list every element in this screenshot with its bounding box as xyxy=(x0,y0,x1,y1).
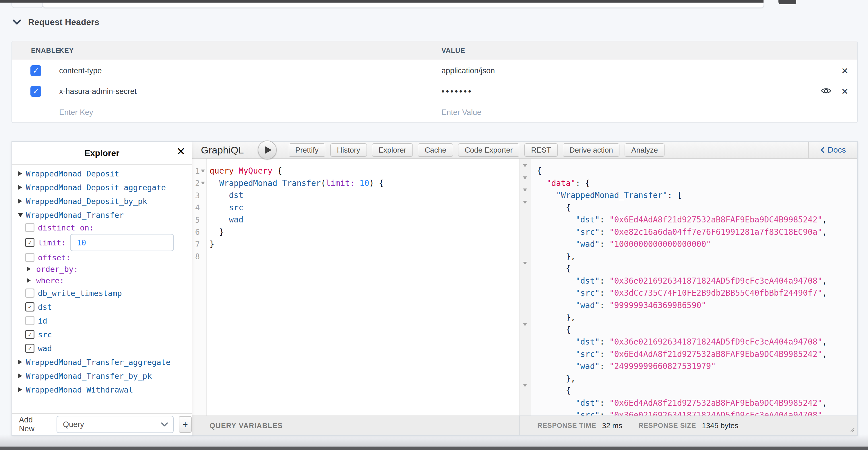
item-checkbox[interactable] xyxy=(25,253,34,262)
item-label: dst xyxy=(38,303,52,311)
explorer-item-offset[interactable]: offset: xyxy=(12,252,192,263)
expand-arrow-icon[interactable] xyxy=(18,373,24,378)
toolbar-button-history[interactable]: History xyxy=(330,143,367,157)
header-value-cell[interactable]: application/json✕ xyxy=(441,66,857,76)
explorer-item-wrappedmonad-deposit-aggregate[interactable]: WrappedMonad_Deposit_aggregate xyxy=(12,180,192,194)
toolbar-button-analyze[interactable]: Analyze xyxy=(625,143,664,157)
toolbar-button-derive-action[interactable]: Derive action xyxy=(563,143,620,157)
explorer-item-limit[interactable]: ✓limit:10 xyxy=(12,233,192,252)
explorer-item-wad[interactable]: ✓wad xyxy=(12,341,192,355)
collapse-chevron-icon[interactable] xyxy=(12,20,21,25)
header-enable-checkbox[interactable]: ✓ xyxy=(30,65,41,76)
execute-query-button[interactable] xyxy=(258,141,277,160)
toolbar-button-explorer[interactable]: Explorer xyxy=(372,143,413,157)
docs-toggle[interactable]: Docs xyxy=(808,142,857,158)
expand-arrow-icon[interactable] xyxy=(18,360,24,365)
response-fold-gutter xyxy=(519,159,531,416)
expand-arrow-icon[interactable] xyxy=(27,278,34,283)
new-header-row: Enter Key Enter Value xyxy=(12,102,857,122)
item-checkbox[interactable] xyxy=(25,223,34,232)
item-checkbox[interactable]: ✓ xyxy=(25,344,34,353)
toolbar-button-code-exporter[interactable]: Code Exporter xyxy=(458,143,520,157)
bottom-dark-bar xyxy=(0,447,868,450)
explorer-item-wrappedmonad-withdrawal[interactable]: WrappedMonad_Withdrawal xyxy=(12,383,192,397)
remove-header-icon[interactable]: ✕ xyxy=(841,66,848,76)
expand-arrow-icon[interactable] xyxy=(27,267,34,271)
item-checkbox[interactable] xyxy=(25,316,34,325)
explorer-item-wrappedmonad-deposit-by-pk[interactable]: WrappedMonad_Deposit_by_pk xyxy=(12,194,192,208)
item-checkbox[interactable]: ✓ xyxy=(25,302,34,311)
item-label: WrappedMonad_Deposit_by_pk xyxy=(26,197,147,206)
editor-code[interactable]: query MyQuery { WrappedMonad_Transfer(li… xyxy=(210,165,519,416)
editor-line-6[interactable]: } xyxy=(210,226,519,238)
line-number: 4 xyxy=(192,203,200,212)
header-enable-checkbox[interactable]: ✓ xyxy=(30,86,41,97)
explorer-item-db-write-timestamp[interactable]: db_write_timestamp xyxy=(12,286,192,300)
table-header-row: ENABLE KEY VALUE xyxy=(12,41,857,60)
close-icon[interactable]: ✕ xyxy=(176,146,185,157)
header-key-cell[interactable]: x-hasura-admin-secret xyxy=(59,87,441,96)
fold-arrow-icon[interactable] xyxy=(523,326,527,331)
fold-arrow-icon[interactable] xyxy=(200,181,206,185)
limit-value-input[interactable]: 10 xyxy=(70,234,174,251)
enter-value-placeholder[interactable]: Enter Value xyxy=(441,108,857,117)
item-label: WrappedMonad_Deposit_aggregate xyxy=(26,183,166,192)
editor-line-4[interactable]: src xyxy=(210,202,519,214)
explorer-item-wrappedmonad-transfer-aggregate[interactable]: WrappedMonad_Transfer_aggregate xyxy=(12,355,192,369)
response-size-value: 1345 bytes xyxy=(702,421,738,430)
endpoint-url-input[interactable] xyxy=(42,3,764,8)
header-key-cell[interactable]: content-type xyxy=(59,66,441,75)
toolbar-button-prettify[interactable]: Prettify xyxy=(289,143,325,157)
expand-arrow-icon[interactable] xyxy=(18,387,24,392)
fold-arrow-icon[interactable] xyxy=(523,387,527,392)
explorer-item-order-by[interactable]: order_by: xyxy=(12,263,192,275)
remove-header-icon[interactable]: ✕ xyxy=(841,86,848,96)
item-checkbox[interactable]: ✓ xyxy=(25,330,34,339)
item-checkbox[interactable] xyxy=(25,288,34,298)
expand-arrow-icon[interactable] xyxy=(18,199,24,204)
explorer-item-wrappedmonad-transfer-by-pk[interactable]: WrappedMonad_Transfer_by_pk xyxy=(12,369,192,383)
explorer-item-src[interactable]: ✓src xyxy=(12,328,192,341)
gutter-row: 5 xyxy=(192,214,206,226)
endpoint-method-box[interactable] xyxy=(11,3,43,8)
fold-arrow-icon[interactable] xyxy=(200,170,206,173)
toolbar-button-rest[interactable]: REST xyxy=(524,143,557,157)
editor-line-2[interactable]: WrappedMonad_Transfer(limit: 10) { xyxy=(210,177,519,190)
explorer-item-id[interactable]: id xyxy=(12,314,192,328)
add-operation-button[interactable]: + xyxy=(179,416,192,433)
query-editor[interactable]: 12345678 query MyQuery { WrappedMonad_Tr… xyxy=(192,159,519,416)
editor-line-5[interactable]: wad xyxy=(210,214,519,226)
explorer-item-wrappedmonad-transfer[interactable]: WrappedMonad_Transfer xyxy=(12,208,192,222)
explorer-item-dst[interactable]: ✓dst xyxy=(12,300,192,314)
header-row-x-hasura-admin-secret: ✓x-hasura-admin-secret•••••••✕ xyxy=(12,81,857,102)
expand-arrow-icon[interactable] xyxy=(18,171,24,176)
enter-key-placeholder[interactable]: Enter Key xyxy=(59,108,441,117)
fold-arrow-icon[interactable] xyxy=(523,204,527,209)
header-value-cell[interactable]: •••••••✕ xyxy=(441,86,857,96)
resize-grip-icon[interactable] xyxy=(849,427,855,433)
editor-line-1[interactable]: query MyQuery { xyxy=(210,165,519,177)
fold-arrow-icon[interactable] xyxy=(523,192,527,197)
editor-line-7[interactable]: } xyxy=(210,238,519,251)
fold-arrow-icon[interactable] xyxy=(523,265,527,270)
response-line-9: { xyxy=(537,263,857,275)
explorer-item-distinct-on[interactable]: distinct_on: xyxy=(12,222,192,233)
fold-arrow-icon[interactable] xyxy=(523,167,527,172)
response-size-label: RESPONSE SIZE xyxy=(639,422,696,430)
line-number: 6 xyxy=(192,228,200,236)
eye-icon[interactable] xyxy=(820,87,832,96)
toolbar-button-cache[interactable]: Cache xyxy=(418,143,453,157)
collapse-arrow-icon[interactable] xyxy=(18,213,24,217)
expand-arrow-icon[interactable] xyxy=(18,185,24,190)
explorer-item-wrappedmonad-deposit[interactable]: WrappedMonad_Deposit xyxy=(12,167,192,180)
fold-arrow-icon[interactable] xyxy=(523,179,527,185)
query-variables-bar[interactable]: QUERY VARIABLES xyxy=(192,416,519,435)
editor-gutter: 12345678 xyxy=(192,159,207,416)
line-number: 2 xyxy=(192,179,200,188)
explorer-panel: Explorer ✕ WrappedMonad_DepositWrappedMo… xyxy=(11,141,192,435)
item-checkbox[interactable]: ✓ xyxy=(25,238,34,247)
editor-line-3[interactable]: dst xyxy=(210,189,519,202)
explorer-item-where[interactable]: where: xyxy=(12,275,192,286)
editor-line-8[interactable] xyxy=(210,251,519,263)
add-new-select[interactable]: Query xyxy=(57,416,174,433)
